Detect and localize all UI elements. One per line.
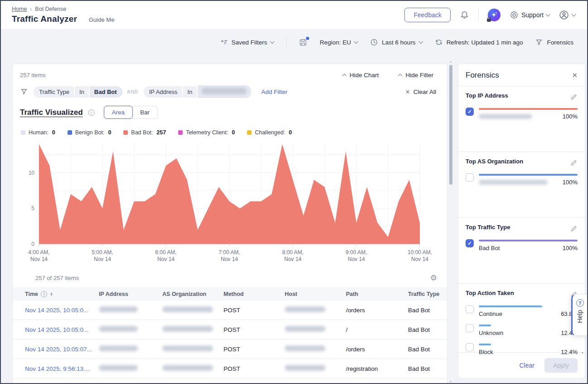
header-actions: Feedback Support: [404, 8, 575, 22]
x-axis-tick-label: 5:00 AM,Nov 14: [92, 249, 113, 262]
forensics-section-header: Top IP Address: [466, 92, 578, 101]
refresh-button[interactable]: Refresh: Updated 1 min ago: [435, 38, 523, 46]
save-filter-button[interactable]: [299, 38, 307, 47]
feedback-button[interactable]: Feedback: [404, 8, 450, 22]
checkbox-checked[interactable]: [466, 108, 474, 116]
legend-item: Bad Bot:257: [123, 129, 166, 136]
row-ip-redacted: [99, 326, 162, 333]
column-header-host[interactable]: Host: [285, 291, 346, 297]
forensics-item-label-row: Unknown12.4%: [479, 330, 578, 336]
chevron-down-icon: [572, 12, 576, 17]
table-row[interactable]: Nov 14 2025, 10:05:0...POST/ordersBad Bo…: [13, 300, 447, 320]
row-time-link[interactable]: Nov 14 2025, 10:05:0...: [25, 307, 99, 314]
forensics-item: Unknown12.4%: [466, 324, 578, 336]
scrollbar-thumb[interactable]: [449, 65, 452, 185]
filter-chip-traffic-type[interactable]: Traffic Type In Bad Bot: [34, 86, 122, 98]
clear-all-button[interactable]: ✕ Clear All: [405, 89, 436, 95]
info-icon[interactable]: [88, 109, 95, 116]
info-icon[interactable]: [41, 291, 47, 297]
chip-operator: In: [183, 86, 197, 98]
forensics-item: Continue63.8%: [466, 305, 578, 317]
traffic-panel: 257 items Hide Chart Hide Filter Traffic…: [12, 64, 447, 384]
forensics-toggle[interactable]: Forensics: [535, 38, 573, 46]
column-header-path[interactable]: Path: [346, 291, 408, 297]
breadcrumb-home-link[interactable]: Home: [12, 6, 27, 12]
checkbox-checked[interactable]: [466, 239, 474, 247]
chip-value-redacted: [198, 85, 251, 98]
edit-pencil-icon[interactable]: [570, 159, 578, 167]
forensics-item: Bad Bot100%: [466, 239, 578, 251]
support-menu[interactable]: Support: [510, 10, 549, 20]
forensics-section-top-as-organization: Top AS Organization100%: [458, 152, 585, 218]
scroll-down-icon[interactable]: ▼: [449, 380, 452, 383]
legend-count: 257: [156, 129, 166, 136]
forensics-section-title: Top Action Taken: [466, 290, 514, 296]
clock-icon: [370, 38, 378, 46]
forensics-clear-button[interactable]: Clear: [520, 362, 535, 369]
column-header-traffic-type[interactable]: Traffic Type: [408, 291, 447, 297]
chart-type-bar-button[interactable]: Bar: [132, 106, 157, 118]
row-time-link[interactable]: Nov 14 2025, 10:05:07...: [25, 346, 99, 353]
forensics-section-title: Top AS Organization: [466, 158, 523, 165]
guide-me-link[interactable]: Guide Me: [89, 16, 114, 23]
column-header-as-organization[interactable]: AS Organization: [162, 291, 224, 297]
legend-swatch-icon: [178, 130, 183, 135]
table-row[interactable]: Nov 14 2025, 9:56:13....POST/registratio…: [13, 359, 447, 379]
filter-chip-ip-address[interactable]: IP Address In: [144, 85, 251, 98]
traffic-area-chart[interactable]: 05104:00 AM,Nov 145:00 AM,Nov 146:00 AM,…: [13, 140, 447, 268]
legend-item: Telemetry Client:0: [178, 129, 235, 136]
forensics-apply-button[interactable]: Apply: [544, 358, 578, 373]
chip-value: Bad Bot: [90, 86, 122, 98]
x-axis-tick-label: 7:00 AM,Nov 14: [219, 249, 240, 262]
checkbox[interactable]: [466, 305, 474, 313]
table-row[interactable]: Nov 14 2025, 10:05:0...POST/Bad Bot: [13, 320, 447, 340]
edit-pencil-icon[interactable]: [570, 225, 578, 232]
main-scrollbar[interactable]: ▲ ▼: [448, 60, 453, 383]
forensics-item-body: 100%: [479, 173, 578, 186]
checkbox[interactable]: [466, 343, 474, 351]
x-axis-tick-label: 6:00 AM,Nov 14: [155, 249, 176, 262]
row-host-redacted: [285, 345, 346, 353]
add-filter-button[interactable]: Add Filter: [261, 89, 287, 95]
scroll-down-icon[interactable]: ▼: [581, 351, 584, 354]
row-traffic-type: Bad Bot: [408, 326, 447, 333]
row-time-link[interactable]: Nov 14 2025, 9:56:13....: [25, 365, 99, 372]
column-header-ip-address[interactable]: IP Address: [99, 291, 162, 297]
help-tab[interactable]: Help: [571, 294, 587, 336]
account-menu[interactable]: [559, 10, 575, 20]
forensics-section-header: Top Action Taken: [466, 290, 578, 298]
row-as-org-redacted: [162, 365, 224, 372]
column-header-label: Path: [346, 291, 358, 297]
row-ip-redacted: [99, 365, 162, 372]
checkbox[interactable]: [466, 173, 474, 182]
row-host-redacted: [285, 306, 346, 314]
edit-pencil-icon[interactable]: [570, 93, 578, 101]
table-row[interactable]: Nov 14 2025, 10:05:07...POST/ordersBad B…: [13, 340, 447, 359]
forensics-item: Block12.4%▼: [466, 343, 578, 355]
chip-operator: In: [75, 86, 89, 98]
forensics-close-icon[interactable]: ✕: [572, 71, 578, 79]
scroll-up-icon[interactable]: ▲: [449, 60, 452, 63]
unsaved-changes-dot: [306, 37, 309, 40]
row-time-link[interactable]: Nov 14 2025, 10:05:0...: [25, 326, 99, 333]
row-path: /orders: [346, 307, 408, 314]
column-header-time[interactable]: Time▲▼: [25, 291, 99, 297]
saved-filters-dropdown[interactable]: Saved Filters: [220, 39, 274, 46]
column-header-method[interactable]: Method: [224, 291, 285, 297]
row-traffic-type: Bad Bot: [408, 346, 447, 353]
hide-chart-button[interactable]: Hide Chart: [343, 72, 379, 79]
forensics-item-label: Continue: [479, 310, 502, 317]
region-dropdown[interactable]: Region: EU: [320, 39, 358, 46]
ai-assistant-icon[interactable]: [488, 9, 501, 21]
checkbox[interactable]: [466, 324, 474, 332]
time-range-dropdown[interactable]: Last 6 hours: [370, 38, 422, 46]
sort-icon[interactable]: ▲▼: [50, 292, 53, 296]
hide-filter-button[interactable]: Hide Filter: [398, 72, 433, 79]
forensics-item-label-row: 100%: [479, 113, 578, 120]
notifications-bell-icon[interactable]: [460, 10, 469, 20]
chart-type-area-button[interactable]: Area: [104, 106, 133, 119]
forensics-item-body: Block12.4%: [479, 343, 578, 355]
table-settings-gear-icon[interactable]: ⚙: [430, 274, 437, 282]
traffic-visualized-title[interactable]: Traffic Visualized: [20, 108, 83, 117]
forensics-item: 100%: [466, 107, 578, 120]
